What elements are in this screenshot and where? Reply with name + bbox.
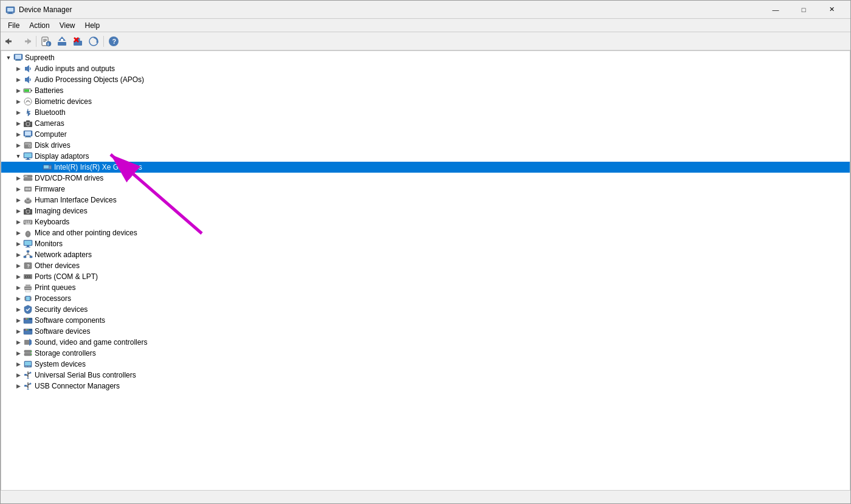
- expand-icon-processors[interactable]: ▶: [13, 294, 23, 303]
- expand-icon-intel-xe-graphics[interactable]: [33, 162, 43, 172]
- cameras-label: Cameras: [35, 119, 64, 128]
- tree-item-audio-inputs-outputs[interactable]: ▶Audio inputs and outputs: [1, 63, 850, 74]
- tree-item-bluetooth[interactable]: ▶Bluetooth: [1, 107, 850, 118]
- tree-item-keyboards[interactable]: ▶Keyboards: [1, 216, 850, 227]
- window-controls: — □ ✕: [762, 1, 846, 19]
- tree-item-software-devices[interactable]: ▶Software devices: [1, 326, 850, 337]
- expand-icon-audio-processing[interactable]: ▶: [13, 75, 23, 85]
- ports-icon: [23, 272, 33, 281]
- menu-help[interactable]: Help: [80, 20, 105, 31]
- expand-icon-firmware[interactable]: ▶: [13, 184, 23, 194]
- expand-icon-disk-drives[interactable]: ▶: [13, 140, 23, 150]
- tree-item-print-queues[interactable]: ▶Print queues: [1, 282, 850, 293]
- expand-icon-biometric[interactable]: ▶: [13, 97, 23, 106]
- expand-icon-software-components[interactable]: ▶: [13, 316, 23, 325]
- svg-rect-55: [24, 178, 32, 181]
- expand-icon-display-adaptors[interactable]: ▼: [13, 151, 23, 161]
- svg-marker-119: [29, 339, 32, 346]
- expand-icon-batteries[interactable]: ▶: [13, 86, 23, 95]
- network-adapters-icon: [23, 250, 33, 260]
- tree-item-imaging[interactable]: ▶Imaging devices: [1, 205, 850, 216]
- tree-item-sound-video-game[interactable]: ▶Sound, video and game controllers: [1, 337, 850, 348]
- svg-rect-93: [26, 276, 27, 277]
- svg-rect-94: [28, 276, 29, 277]
- expand-icon-security-devices[interactable]: ▶: [13, 305, 23, 314]
- tree-item-mice[interactable]: ▶Mice and other pointing devices: [1, 227, 850, 238]
- expand-icon-bluetooth[interactable]: ▶: [13, 108, 23, 117]
- menu-action[interactable]: Action: [24, 20, 54, 31]
- title-bar: Device Manager — □ ✕: [1, 1, 850, 19]
- expand-icon-universal-serial-bus[interactable]: ▶: [13, 370, 23, 380]
- expand-icon-human-interface[interactable]: ▶: [13, 195, 23, 205]
- tree-item-universal-serial-bus[interactable]: ▶Universal Serial Bus controllers: [1, 370, 850, 381]
- expand-icon-cameras[interactable]: ▶: [13, 119, 23, 128]
- tree-item-cameras[interactable]: ▶Cameras: [1, 118, 850, 129]
- back-button[interactable]: [3, 34, 18, 49]
- tree-item-ports[interactable]: ▶Ports (COM & LPT): [1, 271, 850, 282]
- tree-item-human-interface[interactable]: ▶Human Interface Devices: [1, 195, 850, 205]
- tree-item-storage-controllers[interactable]: ▶Storage controllers: [1, 348, 850, 359]
- expand-icon-usb-connector[interactable]: ▶: [13, 381, 23, 391]
- imaging-icon: [23, 206, 33, 216]
- tree-item-disk-drives[interactable]: ▶Disk drives: [1, 140, 850, 151]
- expand-icon-other-devices[interactable]: ▶: [13, 261, 23, 271]
- expand-icon-network-adapters[interactable]: ▶: [13, 250, 23, 260]
- forward-button[interactable]: [19, 34, 33, 49]
- svg-rect-16: [61, 39, 63, 41]
- tree-item-display-adaptors[interactable]: ▼Display adaptors: [1, 151, 850, 162]
- svg-rect-125: [25, 362, 31, 365]
- expand-icon-keyboards[interactable]: ▶: [13, 217, 23, 227]
- expand-icon-software-devices[interactable]: ▶: [13, 326, 23, 336]
- tree-root[interactable]: ▼ Supreeth: [1, 52, 850, 63]
- tree-item-security-devices[interactable]: ▶Security devices: [1, 304, 850, 315]
- expand-icon-imaging[interactable]: ▶: [13, 206, 23, 216]
- device-tree[interactable]: ▼ Supreeth ▶Audio inputs and outputs▶Aud…: [1, 50, 850, 491]
- tree-item-usb-connector[interactable]: ▶USB Connector Managers: [1, 381, 850, 392]
- biometric-label: Biometric devices: [35, 97, 92, 106]
- tree-item-system-devices[interactable]: ▶System devices: [1, 359, 850, 370]
- expand-icon-storage-controllers[interactable]: ▶: [13, 348, 23, 358]
- svg-marker-29: [25, 65, 29, 72]
- svg-rect-37: [26, 120, 30, 122]
- tree-item-intel-xe-graphics[interactable]: Intel(R) Iris(R) Xe Graphics: [1, 162, 850, 173]
- expand-icon-audio-inputs-outputs[interactable]: ▶: [13, 64, 23, 74]
- software-devices-label: Software devices: [35, 327, 90, 336]
- tree-item-processors[interactable]: ▶Processors: [1, 293, 850, 304]
- properties-button[interactable]: i: [39, 34, 53, 49]
- close-button[interactable]: ✕: [818, 1, 846, 19]
- tree-item-network-adapters[interactable]: ▶Network adapters: [1, 249, 850, 260]
- svg-point-115: [25, 330, 26, 331]
- help-button[interactable]: ?: [106, 34, 121, 49]
- expand-icon-ports[interactable]: ▶: [13, 272, 23, 281]
- svg-point-111: [26, 319, 27, 320]
- toolbar-separator-2: [103, 36, 104, 47]
- tree-item-audio-processing[interactable]: ▶Audio Processing Objects (APOs): [1, 74, 850, 85]
- tree-item-batteries[interactable]: ▶Batteries: [1, 85, 850, 96]
- minimize-button[interactable]: —: [762, 1, 790, 19]
- tree-item-dvd-cdrom[interactable]: ▶DVD/CD-ROM drives: [1, 173, 850, 184]
- expand-icon-root[interactable]: ▼: [4, 53, 13, 63]
- cameras-icon: [23, 119, 33, 128]
- update-driver-button[interactable]: [55, 34, 69, 49]
- print-queues-label: Print queues: [35, 283, 75, 292]
- audio-inputs-outputs-label: Audio inputs and outputs: [35, 64, 115, 73]
- tree-item-software-components[interactable]: ▶Software components: [1, 315, 850, 326]
- tree-item-computer[interactable]: ▶Computer: [1, 129, 850, 140]
- expand-icon-computer[interactable]: ▶: [13, 129, 23, 139]
- svg-rect-57: [26, 188, 27, 190]
- tree-item-other-devices[interactable]: ▶?Other devices: [1, 260, 850, 271]
- expand-icon-print-queues[interactable]: ▶: [13, 283, 23, 292]
- tree-item-monitors[interactable]: ▶Monitors: [1, 238, 850, 249]
- expand-icon-sound-video-game[interactable]: ▶: [13, 337, 23, 347]
- maximize-button[interactable]: □: [790, 1, 818, 19]
- uninstall-button[interactable]: [71, 34, 85, 49]
- tree-item-firmware[interactable]: ▶Firmware: [1, 184, 850, 195]
- expand-icon-mice[interactable]: ▶: [13, 228, 23, 238]
- scan-button[interactable]: [86, 34, 101, 49]
- expand-icon-dvd-cdrom[interactable]: ▶: [13, 173, 23, 183]
- expand-icon-monitors[interactable]: ▶: [13, 239, 23, 249]
- menu-file[interactable]: File: [3, 20, 24, 31]
- tree-item-biometric[interactable]: ▶Biometric devices: [1, 96, 850, 107]
- menu-view[interactable]: View: [55, 20, 80, 31]
- expand-icon-system-devices[interactable]: ▶: [13, 359, 23, 369]
